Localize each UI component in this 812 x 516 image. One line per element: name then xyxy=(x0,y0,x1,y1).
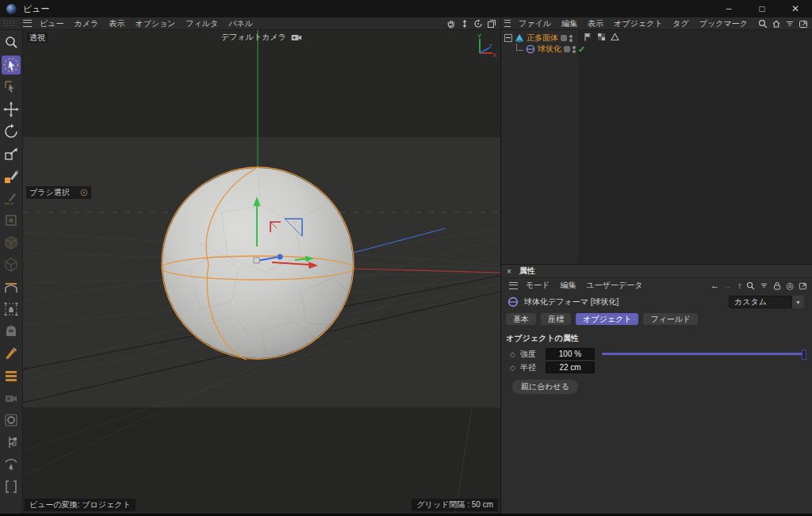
tab-coordinates[interactable]: 座標 xyxy=(541,313,571,325)
cage-deform-icon[interactable] xyxy=(2,300,21,319)
menu-filter[interactable]: フィルタ xyxy=(186,18,218,29)
menu-camera[interactable]: カメラ xyxy=(74,18,98,29)
sculpt-tool-icon[interactable] xyxy=(2,322,21,341)
layers-tool-icon[interactable] xyxy=(2,366,21,385)
preset-value[interactable]: カスタム xyxy=(729,296,792,308)
viewport-canvas[interactable] xyxy=(23,30,500,514)
forward-icon[interactable]: → xyxy=(724,281,733,290)
attribute-manager: × 属性 モード 編集 ユーザーデータ ← → ↑ ◎ xyxy=(501,264,812,514)
camera-hud-icon[interactable] xyxy=(291,33,302,41)
preset-dropdown[interactable]: カスタム ▼ xyxy=(729,296,804,308)
tab-object[interactable]: オブジェクト xyxy=(576,313,638,325)
spline-node-icon[interactable] xyxy=(2,433,21,452)
menu-edit-attr[interactable]: 編集 xyxy=(560,280,576,291)
up-icon[interactable]: ↑ xyxy=(737,281,742,290)
maximize-view-icon[interactable] xyxy=(487,19,496,29)
target-icon[interactable]: ◎ xyxy=(786,281,794,291)
filter-icon[interactable] xyxy=(760,281,768,290)
view-axis-gizmo[interactable]: Y Z X xyxy=(473,32,497,58)
brush-hud-icon[interactable] xyxy=(80,189,88,197)
menu-mode[interactable]: モード xyxy=(526,280,550,291)
menu-edit[interactable]: 編集 xyxy=(561,18,577,29)
visibility-dots-icon[interactable] xyxy=(573,46,576,53)
object-name[interactable]: 正多面体 xyxy=(527,32,558,44)
circle-tool-icon[interactable] xyxy=(2,411,21,430)
object-row-spherify[interactable]: 球状化 ✓ xyxy=(514,44,585,55)
new-window-icon[interactable] xyxy=(799,19,808,29)
menu-display[interactable]: 表示 xyxy=(109,18,124,29)
bridge-tool-icon[interactable] xyxy=(2,277,21,296)
viewport-3d[interactable]: 透視 デフォルトカメラ Y Z X ブラシ選択 ビューの変換: プロジェクト グ… xyxy=(23,30,500,514)
strength-slider[interactable] xyxy=(602,353,806,355)
pan-hand-icon[interactable] xyxy=(446,19,456,29)
dolly-icon[interactable] xyxy=(460,19,469,29)
spherify-deformer-icon[interactable] xyxy=(526,44,535,54)
cube-solid-icon[interactable] xyxy=(2,233,21,252)
enabled-check-icon[interactable]: ✓ xyxy=(578,44,585,55)
search-icon[interactable] xyxy=(746,281,755,290)
slider-handle[interactable] xyxy=(802,350,806,360)
layer-toggle-icon[interactable] xyxy=(564,46,570,52)
close-panel-icon[interactable]: × xyxy=(507,267,511,276)
close-button[interactable]: ✕ xyxy=(779,0,812,17)
tab-basic[interactable]: 基本 xyxy=(506,313,536,325)
lock-icon[interactable] xyxy=(773,281,781,290)
menu-userdata[interactable]: ユーザーデータ xyxy=(586,280,642,291)
knife-tool-icon[interactable] xyxy=(2,344,21,363)
flag-icon[interactable] xyxy=(584,32,592,41)
viewport-menu-icon[interactable] xyxy=(23,20,32,27)
menu-view[interactable]: ビュー xyxy=(40,18,63,29)
new-window-icon[interactable] xyxy=(799,281,807,290)
object-name[interactable]: 球状化 xyxy=(538,44,561,55)
pen-disabled-icon[interactable] xyxy=(2,189,21,208)
checker-icon[interactable] xyxy=(597,32,606,41)
object-row-polyhedron[interactable]: 正多面体 xyxy=(504,32,573,44)
platonic-object-icon[interactable] xyxy=(515,33,524,43)
object-manager[interactable]: 正多面体 球状化 ✓ xyxy=(501,30,812,264)
minimize-button[interactable]: – xyxy=(712,0,745,17)
filter-icon[interactable] xyxy=(785,19,795,29)
layer-toggle-icon[interactable] xyxy=(561,35,567,41)
keyframe-diamond-icon[interactable]: ◇ xyxy=(510,364,520,372)
keyframe-diamond-icon[interactable]: ◇ xyxy=(510,350,520,358)
menu-tags[interactable]: タグ xyxy=(672,18,688,29)
menu-objects[interactable]: オブジェクト xyxy=(614,18,662,29)
maximize-button[interactable]: □ xyxy=(745,0,779,17)
panel-grip[interactable] xyxy=(2,20,17,27)
projection-label[interactable]: 透視 xyxy=(27,32,48,43)
hand-rotate-icon[interactable] xyxy=(2,455,21,474)
camera-tool-icon[interactable] xyxy=(2,388,21,407)
menu-bookmarks[interactable]: ブックマーク xyxy=(699,18,748,29)
tab-falloff[interactable]: フィールド xyxy=(643,313,698,325)
rotate-tool-icon[interactable] xyxy=(2,122,21,141)
brush-selection-hud[interactable]: ブラシ選択 xyxy=(26,186,91,199)
expand-icon[interactable] xyxy=(504,34,512,42)
brush-tool-icon[interactable] xyxy=(2,166,21,185)
brackets-icon[interactable] xyxy=(2,477,21,496)
menu-file[interactable]: ファイル xyxy=(519,18,551,29)
search-tool-icon[interactable] xyxy=(2,33,21,52)
search-icon[interactable] xyxy=(758,19,768,29)
attribute-menu-icon[interactable] xyxy=(509,282,518,289)
cube-wire-icon[interactable] xyxy=(2,255,21,274)
orbit-icon[interactable] xyxy=(473,19,483,29)
back-icon[interactable]: ← xyxy=(710,281,719,290)
region-tool-icon[interactable] xyxy=(2,211,21,230)
fit-to-parent-button[interactable]: 親に合わせる xyxy=(512,380,578,394)
menu-panel[interactable]: パネル xyxy=(228,18,253,29)
rect-selection-tool-icon[interactable] xyxy=(2,78,21,97)
menu-options[interactable]: オプション xyxy=(135,18,175,29)
move-tool-icon[interactable] xyxy=(2,100,21,119)
manager-menu-icon[interactable] xyxy=(504,20,511,27)
camera-label[interactable]: デフォルトカメラ xyxy=(221,32,286,42)
triangle-icon[interactable] xyxy=(611,32,619,41)
strength-input[interactable]: 100 % xyxy=(546,348,595,360)
chevron-down-icon[interactable]: ▼ xyxy=(792,296,804,308)
live-selection-tool-icon[interactable] xyxy=(2,55,21,75)
scale-tool-icon[interactable] xyxy=(2,144,21,163)
menu-show[interactable]: 表示 xyxy=(588,18,603,29)
radius-input[interactable]: 22 cm xyxy=(546,361,595,373)
home-icon[interactable] xyxy=(772,19,781,29)
camera-selector[interactable]: デフォルトカメラ xyxy=(221,32,302,42)
visibility-dots-icon[interactable] xyxy=(569,35,573,42)
